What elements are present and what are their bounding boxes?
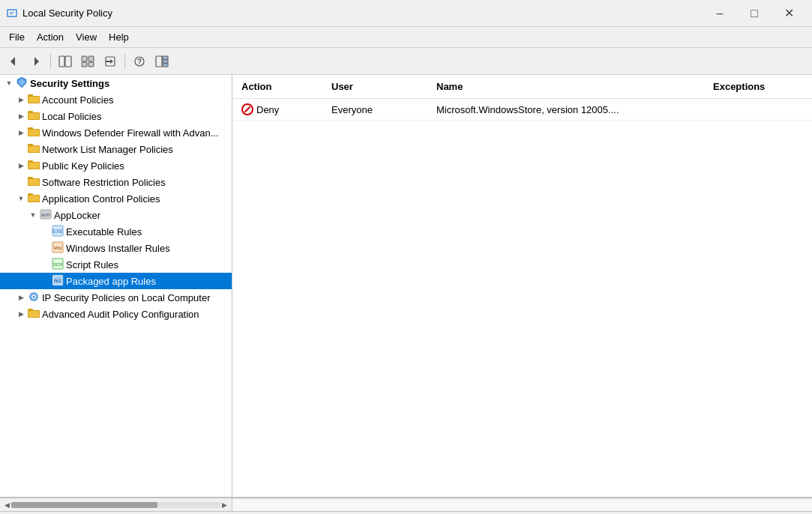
scroll-right-arrow[interactable]: ▶: [220, 501, 229, 509]
menu-bar: File Action View Help: [0, 27, 812, 48]
tree-item-ip-security[interactable]: ▶ IP Security Policies on Local Computer: [0, 289, 232, 306]
menu-file[interactable]: File: [3, 28, 31, 46]
status-bar: [0, 511, 812, 514]
help-button[interactable]: ?: [129, 51, 150, 72]
svg-rect-8: [82, 56, 87, 61]
app-control-label: Application Control Policies: [42, 193, 160, 205]
installer-rules-label: Windows Installer Rules: [66, 243, 170, 254]
tree-item-public-key[interactable]: ▶ Public Key Policies: [0, 157, 232, 174]
expand-windows-defender[interactable]: ▶: [15, 129, 27, 136]
svg-text:PKG: PKG: [54, 279, 62, 283]
minimize-button[interactable]: –: [703, 1, 737, 25]
svg-text:MSI: MSI: [54, 246, 62, 250]
tree-item-advanced-audit[interactable]: ▶ Advanced Audit Policy Configuration: [0, 306, 232, 322]
view-button[interactable]: [77, 51, 98, 72]
advanced-audit-icon: [27, 308, 40, 320]
detail-bottom-bar: [232, 498, 812, 511]
network-list-icon: [27, 143, 40, 155]
expand-local-policies[interactable]: ▶: [15, 112, 27, 120]
expand-security-settings[interactable]: ▼: [3, 79, 15, 87]
row-action-label: Deny: [256, 104, 279, 115]
local-policies-icon: [27, 110, 40, 122]
svg-rect-10: [82, 62, 87, 67]
expand-applocker[interactable]: ▼: [27, 211, 39, 219]
toolbar-separator-1: [50, 54, 51, 69]
ip-security-label: IP Security Policies on Local Computer: [42, 292, 210, 303]
svg-rect-61: [28, 311, 39, 317]
tree-item-applocker[interactable]: ▼ APP AppLocker: [0, 207, 232, 223]
tree-item-installer-rules[interactable]: ▶ MSI Windows Installer Rules: [0, 240, 232, 256]
packaged-app-rules-icon: PKG: [51, 274, 64, 288]
tree-horizontal-scrollbar[interactable]: ◀ ▶: [0, 498, 232, 511]
expand-public-key[interactable]: ▶: [15, 162, 27, 169]
forward-button[interactable]: [25, 51, 46, 72]
svg-rect-3: [10, 13, 13, 14]
toolbar: ?: [0, 48, 812, 75]
extra-button[interactable]: [151, 51, 172, 72]
windows-defender-icon: [27, 127, 40, 139]
tree-item-security-settings[interactable]: ▼ Security Settings: [0, 75, 232, 91]
applocker-label: AppLocker: [54, 210, 100, 221]
tree-item-executable-rules[interactable]: ▶ EXE Executable Rules: [0, 223, 232, 240]
window-controls: – □ ✕: [703, 1, 806, 25]
detail-header: Action User Name Exceptions: [232, 75, 812, 99]
close-button[interactable]: ✕: [772, 1, 806, 25]
svg-rect-20: [163, 64, 168, 67]
network-list-label: Network List Manager Policies: [42, 144, 173, 155]
svg-rect-6: [59, 56, 64, 67]
toolbar-separator-2: [124, 54, 125, 69]
ip-security-icon: [27, 291, 40, 305]
detail-row[interactable]: Deny Everyone Microsoft.WindowsStore, ve…: [232, 99, 812, 121]
col-header-name: Name: [436, 81, 713, 92]
svg-rect-40: [28, 179, 39, 185]
tree-item-network-list[interactable]: ▶ Network List Manager Policies: [0, 141, 232, 157]
menu-action[interactable]: Action: [31, 28, 70, 46]
account-policies-icon: [27, 94, 40, 106]
packaged-app-rules-label: Packaged app Rules: [66, 276, 156, 287]
tree-item-script-rules[interactable]: ▶ SCR Script Rules: [0, 256, 232, 273]
svg-marker-5: [34, 57, 39, 66]
scroll-track[interactable]: [11, 502, 220, 508]
scroll-left-arrow[interactable]: ◀: [3, 501, 11, 509]
svg-point-58: [33, 295, 35, 297]
col-header-user: User: [331, 81, 436, 92]
expand-advanced-audit[interactable]: ▶: [15, 310, 27, 318]
col-header-action: Action: [241, 81, 331, 92]
export-button[interactable]: [100, 51, 121, 72]
tree-item-packaged-app-rules[interactable]: ▶ PKG Packaged app Rules: [0, 273, 232, 289]
tree-item-windows-defender[interactable]: ▶ Windows Defender Firewall with Advan..…: [0, 124, 232, 141]
scroll-thumb[interactable]: [11, 502, 157, 508]
security-settings-icon: [15, 76, 28, 91]
script-rules-icon: SCR: [51, 258, 64, 272]
windows-defender-label: Windows Defender Firewall with Advan...: [42, 127, 219, 139]
show-hide-tree-button[interactable]: [55, 51, 76, 72]
menu-help[interactable]: Help: [103, 28, 135, 46]
svg-rect-31: [28, 130, 39, 136]
svg-rect-7: [65, 56, 71, 67]
expand-account-policies[interactable]: ▶: [15, 96, 27, 103]
back-button[interactable]: [3, 51, 24, 72]
public-key-icon: [27, 160, 40, 172]
svg-rect-11: [88, 62, 94, 67]
executable-rules-icon: EXE: [51, 225, 64, 239]
tree-item-app-control[interactable]: ▼ Application Control Policies: [0, 190, 232, 207]
menu-view[interactable]: View: [70, 28, 103, 46]
svg-rect-25: [28, 97, 39, 103]
tree-item-local-policies[interactable]: ▶ Local Policies: [0, 108, 232, 124]
executable-rules-label: Executable Rules: [66, 226, 142, 238]
svg-rect-37: [28, 163, 39, 169]
expand-ip-security[interactable]: ▶: [15, 294, 27, 301]
svg-marker-4: [10, 57, 15, 66]
local-policies-label: Local Policies: [42, 111, 102, 122]
app-icon: [6, 7, 18, 19]
expand-app-control[interactable]: ▼: [15, 195, 27, 202]
tree-item-software-restriction[interactable]: ▶ Software Restriction Policies: [0, 174, 232, 190]
tree-panel[interactable]: ▼ Security Settings ▶ Account Policies: [0, 75, 232, 497]
window-title: Local Security Policy: [22, 7, 703, 19]
svg-rect-2: [10, 12, 14, 13]
tree-item-account-policies[interactable]: ▶ Account Policies: [0, 91, 232, 108]
maximize-button[interactable]: □: [737, 1, 772, 25]
col-header-exceptions: Exceptions: [713, 81, 803, 92]
svg-rect-18: [163, 56, 168, 59]
security-settings-label: Security Settings: [30, 78, 109, 89]
